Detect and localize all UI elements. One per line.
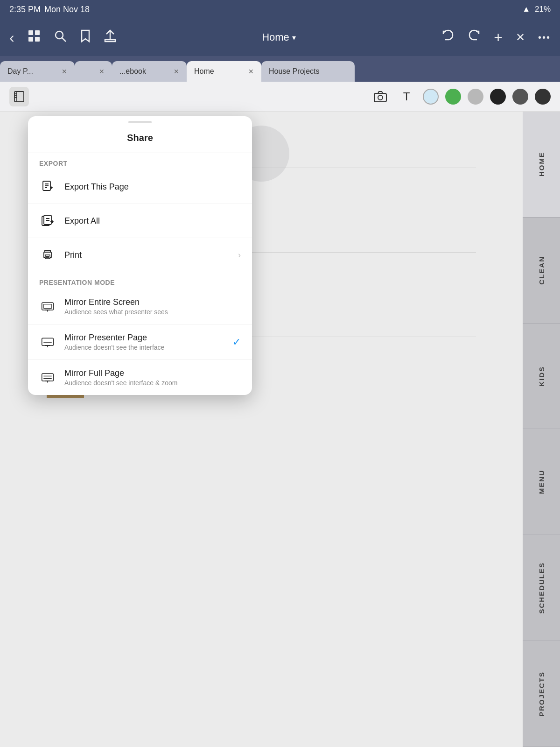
svg-rect-6 — [14, 92, 24, 102]
tab-middle-close[interactable]: ✕ — [99, 68, 105, 75]
tab-ebook-close[interactable]: ✕ — [174, 68, 179, 75]
camera-tool[interactable] — [371, 87, 390, 106]
tab-day[interactable]: Day P... ✕ — [0, 61, 75, 82]
svg-rect-3 — [35, 37, 40, 42]
mirror-full-content: Mirror Full Page Audience doesn't see in… — [64, 368, 241, 387]
status-left: 2:35 PM Mon Nov 18 — [9, 5, 90, 14]
export-page-icon — [39, 178, 56, 195]
export-all-item[interactable]: Export All — [28, 204, 252, 238]
mirror-full-item[interactable]: Mirror Full Page Audience doesn't see in… — [28, 360, 252, 395]
tab-home[interactable]: Home ✕ — [187, 61, 261, 82]
notebook-tool[interactable] — [9, 87, 29, 106]
mirror-presenter-title: Mirror Presenter Page — [64, 333, 224, 343]
svg-rect-22 — [45, 255, 50, 259]
mirror-presenter-subtitle: Audience doesn't see the interface — [64, 344, 224, 351]
mirror-screen-content: Mirror Entire Screen Audience sees what … — [64, 297, 241, 316]
toolbar: ‹ Home ▾ — [0, 19, 560, 56]
back-button[interactable]: ‹ — [9, 29, 14, 46]
tab-middle[interactable]: ✕ — [75, 61, 112, 82]
time-display: 2:35 PM — [9, 5, 41, 14]
export-section-label: EXPORT — [28, 153, 252, 170]
svg-point-12 — [378, 95, 383, 100]
color-gray[interactable] — [468, 89, 483, 105]
print-icon — [39, 247, 56, 263]
export-all-content: Export All — [64, 216, 241, 226]
popup-header: Share — [28, 123, 252, 153]
battery-display: 21% — [535, 5, 551, 14]
color-charcoal[interactable] — [535, 89, 551, 105]
add-icon[interactable]: + — [494, 29, 503, 46]
color-light-blue[interactable] — [423, 89, 439, 105]
mirror-presenter-icon — [39, 334, 56, 351]
search-icon[interactable] — [54, 29, 67, 46]
svg-rect-2 — [28, 37, 33, 42]
svg-rect-33 — [42, 374, 54, 381]
mirror-presenter-item[interactable]: Mirror Presenter Page Audience doesn't s… — [28, 324, 252, 360]
color-green[interactable] — [445, 89, 461, 105]
drawing-tools-right: T — [38, 87, 551, 106]
tab-day-label: Day P... — [7, 67, 33, 76]
share-popup: Share EXPORT Export This Page — [28, 116, 252, 395]
print-chevron-icon: › — [238, 250, 241, 260]
tab-home-label: Home — [194, 67, 214, 76]
tab-ebook[interactable]: ...ebook ✕ — [112, 61, 187, 82]
svg-rect-0 — [28, 30, 33, 35]
close-icon[interactable]: ✕ — [516, 31, 525, 44]
date-display: Mon Nov 18 — [44, 5, 90, 14]
mirror-screen-subtitle: Audience sees what presenter sees — [64, 308, 241, 316]
print-content: Print — [64, 250, 230, 260]
mirror-full-subtitle: Audience doesn't see interface & zoom — [64, 379, 241, 387]
redo-icon[interactable] — [468, 29, 481, 46]
mirror-full-icon — [39, 369, 56, 386]
svg-rect-18 — [44, 215, 51, 225]
app-title[interactable]: Home ▾ — [262, 31, 296, 43]
export-page-item[interactable]: Export This Page — [28, 170, 252, 204]
tab-home-close[interactable]: ✕ — [248, 68, 254, 75]
wifi-icon: ▲ — [522, 5, 530, 14]
undo-icon[interactable] — [441, 29, 455, 46]
print-title: Print — [64, 250, 230, 260]
toolbar-right: + ✕ ••• — [441, 29, 551, 46]
status-bar: 2:35 PM Mon Nov 18 ▲ 21% — [0, 0, 560, 19]
main-content: Menu Schedules Projects HOME CLEAN KIDS … — [0, 112, 560, 747]
svg-rect-11 — [374, 93, 386, 102]
grid-icon[interactable] — [28, 29, 41, 46]
tab-ebook-label: ...ebook — [119, 67, 146, 76]
svg-rect-1 — [35, 30, 40, 35]
export-page-content: Export This Page — [64, 182, 241, 192]
svg-rect-29 — [42, 338, 54, 345]
mirror-screen-icon — [39, 298, 56, 315]
drawing-toolbar: T — [0, 82, 560, 112]
svg-line-5 — [62, 38, 66, 42]
print-item[interactable]: Print › — [28, 238, 252, 272]
text-tool[interactable]: T — [397, 87, 416, 106]
drawing-tools-left — [9, 87, 29, 106]
mirror-presenter-check-icon: ✓ — [232, 336, 241, 348]
bookmark-icon[interactable] — [80, 29, 91, 46]
mirror-full-title: Mirror Full Page — [64, 368, 241, 378]
tab-house-label: House Projects — [269, 67, 320, 76]
more-icon[interactable]: ••• — [538, 32, 551, 43]
mirror-presenter-content: Mirror Presenter Page Audience doesn't s… — [64, 333, 224, 351]
toolbar-center: Home ▾ — [127, 31, 431, 43]
title-chevron-icon: ▾ — [292, 33, 296, 42]
presentation-section-label: PRESENTATION MODE — [28, 272, 252, 289]
tabs-bar: Day P... ✕ ✕ ...ebook ✕ Home ✕ House Pro… — [0, 56, 560, 82]
tab-house[interactable]: House Projects — [261, 61, 355, 82]
export-page-title: Export This Page — [64, 182, 241, 192]
toolbar-left: ‹ — [9, 29, 116, 46]
color-dark-gray[interactable] — [512, 89, 528, 105]
export-all-title: Export All — [64, 216, 241, 226]
svg-rect-28 — [43, 304, 52, 308]
color-black[interactable] — [490, 89, 506, 105]
status-right: ▲ 21% — [522, 5, 551, 14]
share-icon[interactable] — [104, 29, 116, 46]
mirror-screen-item[interactable]: Mirror Entire Screen Audience sees what … — [28, 289, 252, 324]
export-all-icon — [39, 212, 56, 229]
svg-point-4 — [56, 31, 63, 39]
mirror-screen-title: Mirror Entire Screen — [64, 297, 241, 307]
tab-day-close[interactable]: ✕ — [62, 68, 67, 75]
